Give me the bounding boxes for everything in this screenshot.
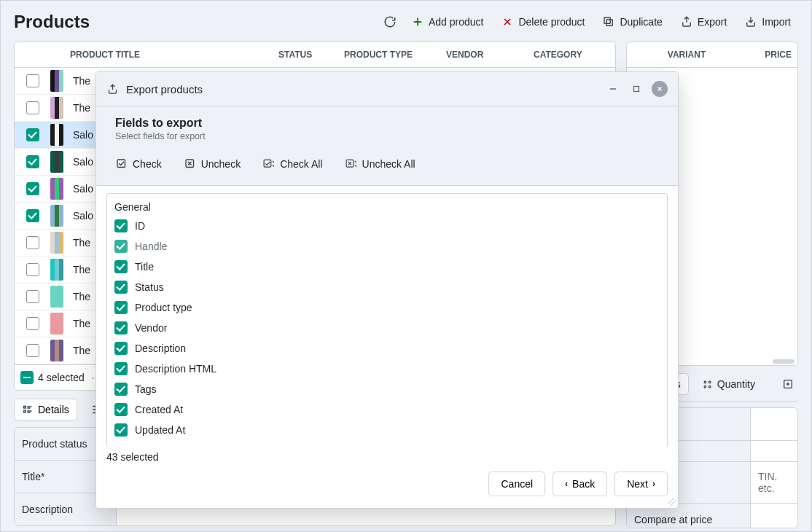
- field-checkbox[interactable]: [114, 423, 128, 437]
- refresh-button[interactable]: [379, 11, 401, 33]
- row-checkbox[interactable]: [26, 101, 39, 114]
- row-checkbox[interactable]: [26, 263, 39, 276]
- uncheck-button[interactable]: Uncheck: [184, 154, 241, 173]
- export-field-item[interactable]: Description: [113, 338, 667, 359]
- field-checkbox[interactable]: [114, 260, 128, 273]
- product-thumb: [50, 151, 63, 173]
- tab-quantity[interactable]: Quantity: [695, 374, 762, 394]
- field-checkbox[interactable]: [114, 362, 128, 375]
- add-tab-icon: [782, 378, 794, 390]
- minimize-button[interactable]: [605, 81, 621, 97]
- row-checkbox[interactable]: [26, 209, 39, 222]
- back-button[interactable]: ‹ Back: [553, 472, 607, 496]
- row-checkbox[interactable]: [26, 236, 39, 249]
- svg-rect-12: [117, 160, 125, 168]
- field-checkbox[interactable]: [114, 240, 128, 253]
- field-label: Status: [135, 281, 164, 293]
- modal-section-title: Fields to export: [115, 117, 659, 130]
- app-root: Products Add product: [0, 0, 812, 532]
- row-checkbox-cell: [15, 74, 44, 87]
- row-thumb-cell: [44, 259, 70, 281]
- delete-product-button[interactable]: Delete product: [493, 11, 592, 33]
- field-group-label: General: [113, 198, 667, 216]
- row-checkbox[interactable]: [26, 182, 39, 195]
- row-checkbox-cell: [15, 290, 44, 303]
- header-price[interactable]: PRICE: [746, 42, 797, 67]
- field-checkbox[interactable]: [114, 281, 128, 294]
- svg-rect-1: [604, 17, 610, 23]
- close-button[interactable]: [652, 81, 668, 97]
- next-button[interactable]: Next ›: [614, 472, 668, 496]
- header-status[interactable]: STATUS: [273, 42, 338, 67]
- check-button[interactable]: Check: [115, 154, 162, 173]
- row-checkbox[interactable]: [26, 74, 39, 87]
- back-label: Back: [572, 478, 595, 490]
- export-field-item[interactable]: Tags: [113, 379, 667, 399]
- export-field-item[interactable]: Description HTML: [113, 359, 667, 379]
- row-checkbox[interactable]: [26, 155, 39, 168]
- export-field-item[interactable]: Updated At: [113, 420, 667, 440]
- product-thumb: [50, 340, 63, 361]
- row-checkbox[interactable]: [26, 317, 39, 330]
- field-label: Updated At: [135, 424, 185, 436]
- details-view-button[interactable]: Details: [14, 399, 77, 420]
- uncheck-all-button[interactable]: Uncheck All: [345, 154, 415, 173]
- add-product-label: Add product: [429, 16, 484, 28]
- export-field-item[interactable]: Created At: [113, 399, 667, 420]
- row-checkbox[interactable]: [26, 128, 39, 141]
- grid-header-row: PRODUCT TITLE STATUS PRODUCT TYPE VENDOR…: [15, 42, 615, 68]
- export-field-item[interactable]: Product type: [113, 297, 667, 318]
- detail-value[interactable]: [751, 504, 797, 528]
- tab-add[interactable]: [778, 374, 798, 394]
- uncheck-label: Uncheck: [201, 158, 241, 170]
- row-checkbox-cell: [15, 209, 44, 222]
- export-field-item[interactable]: Status: [113, 277, 667, 297]
- detail-value[interactable]: [751, 408, 797, 440]
- field-checkbox[interactable]: [114, 383, 128, 396]
- header-category[interactable]: CATEGORY: [528, 42, 615, 67]
- tab-quantity-label: Quantity: [717, 378, 755, 390]
- field-checkbox[interactable]: [114, 219, 128, 232]
- export-button[interactable]: Export: [673, 11, 734, 33]
- export-field-item[interactable]: Title: [113, 257, 667, 277]
- duplicate-button[interactable]: Duplicate: [595, 11, 669, 33]
- row-checkbox[interactable]: [26, 290, 39, 303]
- field-checkbox[interactable]: [114, 403, 128, 416]
- header-variant[interactable]: VARIANT: [627, 42, 746, 67]
- footer-checkbox[interactable]: [20, 371, 34, 384]
- header-vendor[interactable]: VENDOR: [440, 42, 528, 67]
- row-checkbox-cell: [15, 263, 44, 276]
- cancel-button[interactable]: Cancel: [488, 472, 545, 496]
- export-icon: [106, 83, 119, 95]
- next-label: Next: [627, 478, 648, 490]
- field-checkbox[interactable]: [114, 342, 128, 355]
- modal-subheader: Fields to export Select fields for expor…: [96, 106, 678, 147]
- modal-titlebar[interactable]: Export products: [96, 72, 678, 106]
- detail-value[interactable]: TIN. etc.: [751, 462, 797, 503]
- svg-point-7: [708, 381, 711, 383]
- field-checkbox[interactable]: [114, 301, 128, 314]
- export-field-item[interactable]: Vendor: [113, 318, 667, 338]
- export-field-item[interactable]: Handle: [113, 236, 667, 257]
- field-checkbox[interactable]: [114, 321, 128, 335]
- row-checkbox-cell: [15, 236, 44, 249]
- export-field-item[interactable]: ID: [113, 216, 667, 236]
- maximize-button[interactable]: [628, 81, 644, 97]
- field-label: Created At: [135, 404, 183, 415]
- row-checkbox[interactable]: [26, 344, 39, 357]
- variants-header: VARIANT PRICE: [627, 42, 797, 68]
- check-all-button[interactable]: Check All: [262, 154, 322, 173]
- row-thumb-cell: [44, 178, 70, 200]
- header-title[interactable]: PRODUCT TITLE: [70, 42, 273, 67]
- uncheck-all-label: Uncheck All: [362, 158, 415, 170]
- export-products-modal: Export products Fields to export Select …: [95, 71, 679, 509]
- import-button[interactable]: Import: [737, 11, 798, 33]
- scrollbar-stub[interactable]: [773, 359, 795, 364]
- detail-value[interactable]: [751, 441, 797, 461]
- chevron-left-icon: ‹: [565, 479, 568, 489]
- add-product-button[interactable]: Add product: [404, 11, 491, 33]
- row-thumb-cell: [44, 205, 70, 227]
- row-thumb-cell: [44, 286, 70, 308]
- export-field-list[interactable]: GeneralIDHandleTitleStatusProduct typeVe…: [106, 193, 668, 447]
- header-type[interactable]: PRODUCT TYPE: [338, 42, 440, 67]
